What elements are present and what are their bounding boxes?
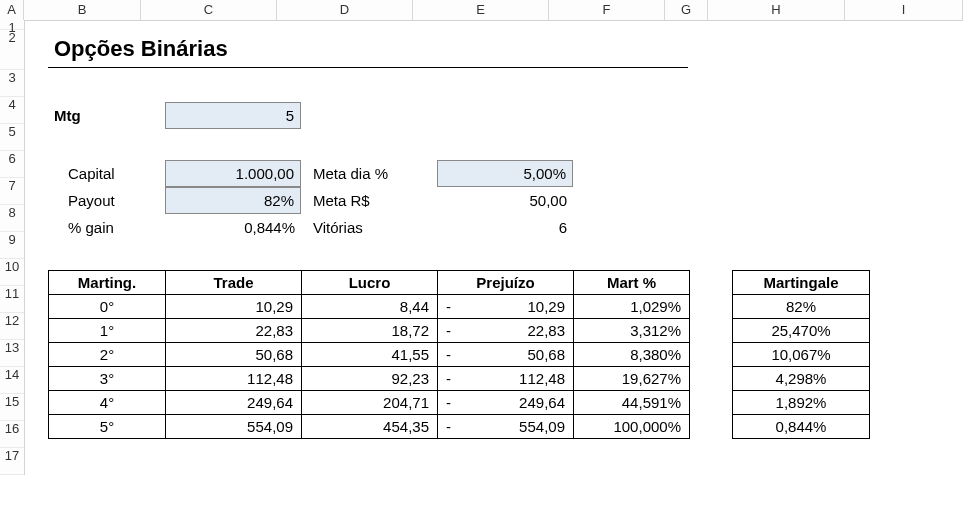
lucro-cell[interactable]: 8,44 <box>302 295 438 319</box>
minus-icon: - <box>446 346 457 363</box>
row-header-8[interactable]: 8 <box>0 205 24 232</box>
prejuizo-value: 249,64 <box>519 394 565 411</box>
col-header-C[interactable]: C <box>141 0 277 20</box>
minus-icon: - <box>446 370 457 387</box>
side-cell[interactable]: 4,298% <box>733 367 870 391</box>
trade-cell[interactable]: 10,29 <box>166 295 302 319</box>
table-row: 2°50,6841,55-50,688,380% <box>49 343 690 367</box>
side-row: 10,067% <box>733 343 870 367</box>
prejuizo-cell[interactable]: -554,09 <box>438 415 574 439</box>
martpct-cell[interactable]: 3,312% <box>574 319 690 343</box>
gain-value: 0,844% <box>165 214 301 241</box>
side-cell[interactable]: 25,470% <box>733 319 870 343</box>
minus-icon: - <box>446 418 457 435</box>
marting-cell[interactable]: 3° <box>49 367 166 391</box>
col-trade[interactable]: Trade <box>166 271 302 295</box>
martpct-cell[interactable]: 1,029% <box>574 295 690 319</box>
martpct-cell[interactable]: 100,000% <box>574 415 690 439</box>
row-header-6[interactable]: 6 <box>0 151 24 178</box>
side-row: 25,470% <box>733 319 870 343</box>
martpct-cell[interactable]: 8,380% <box>574 343 690 367</box>
prejuizo-value: 112,48 <box>519 370 565 387</box>
mtg-label: Mtg <box>48 102 165 129</box>
side-row: 1,892% <box>733 391 870 415</box>
table-row: 4°249,64204,71-249,6444,591% <box>49 391 690 415</box>
martpct-cell[interactable]: 44,591% <box>574 391 690 415</box>
side-row: 0,844% <box>733 415 870 439</box>
prejuizo-value: 10,29 <box>527 298 565 315</box>
spreadsheet: A B C D E F G H I 1 2 3 4 5 6 7 8 9 10 1… <box>0 0 963 520</box>
martpct-cell[interactable]: 19,627% <box>574 367 690 391</box>
side-row: 82% <box>733 295 870 319</box>
row-header-11[interactable]: 11 <box>0 286 24 313</box>
payout-label: Payout <box>62 187 165 214</box>
martingale-table: Marting. Trade Lucro Prejuízo Mart % 0°1… <box>48 270 690 439</box>
lucro-cell[interactable]: 41,55 <box>302 343 438 367</box>
table-row: 5°554,09454,35-554,09100,000% <box>49 415 690 439</box>
side-row: 4,298% <box>733 367 870 391</box>
meta-dia-input[interactable]: 5,00% <box>437 160 573 187</box>
row-header-12[interactable]: 12 <box>0 313 24 340</box>
col-header-E[interactable]: E <box>413 0 549 20</box>
side-cell[interactable]: 1,892% <box>733 391 870 415</box>
row-header-10[interactable]: 10 <box>0 259 24 286</box>
trade-cell[interactable]: 554,09 <box>166 415 302 439</box>
col-martpct[interactable]: Mart % <box>574 271 690 295</box>
trade-cell[interactable]: 50,68 <box>166 343 302 367</box>
prejuizo-cell[interactable]: -112,48 <box>438 367 574 391</box>
marting-cell[interactable]: 2° <box>49 343 166 367</box>
column-headers: A B C D E F G H I <box>0 0 963 21</box>
side-cell[interactable]: 10,067% <box>733 343 870 367</box>
col-header-F[interactable]: F <box>549 0 665 20</box>
col-header-A[interactable]: A <box>0 0 24 20</box>
row-headers: 1 2 3 4 5 6 7 8 9 10 11 12 13 14 15 16 1… <box>0 20 25 475</box>
marting-cell[interactable]: 5° <box>49 415 166 439</box>
table-row: 3°112,4892,23-112,4819,627% <box>49 367 690 391</box>
payout-input[interactable]: 82% <box>165 187 301 214</box>
prejuizo-cell[interactable]: -22,83 <box>438 319 574 343</box>
marting-cell[interactable]: 1° <box>49 319 166 343</box>
row-header-5[interactable]: 5 <box>0 124 24 151</box>
lucro-cell[interactable]: 18,72 <box>302 319 438 343</box>
row-header-4[interactable]: 4 <box>0 97 24 124</box>
col-lucro[interactable]: Lucro <box>302 271 438 295</box>
col-header-B[interactable]: B <box>24 0 141 20</box>
side-header[interactable]: Martingale <box>733 271 870 295</box>
col-header-I[interactable]: I <box>845 0 963 20</box>
marting-cell[interactable]: 4° <box>49 391 166 415</box>
martingale-side-table: Martingale 82%25,470%10,067%4,298%1,892%… <box>732 270 870 439</box>
vitorias-value: 6 <box>437 214 573 241</box>
side-cell[interactable]: 82% <box>733 295 870 319</box>
side-cell[interactable]: 0,844% <box>733 415 870 439</box>
gain-label: % gain <box>62 214 165 241</box>
trade-cell[interactable]: 249,64 <box>166 391 302 415</box>
prejuizo-cell[interactable]: -10,29 <box>438 295 574 319</box>
col-header-H[interactable]: H <box>708 0 845 20</box>
row-header-15[interactable]: 15 <box>0 394 24 421</box>
col-marting[interactable]: Marting. <box>49 271 166 295</box>
col-header-G[interactable]: G <box>665 0 708 20</box>
lucro-cell[interactable]: 454,35 <box>302 415 438 439</box>
row-header-14[interactable]: 14 <box>0 367 24 394</box>
row-header-17[interactable]: 17 <box>0 448 24 475</box>
table-header-row: Marting. Trade Lucro Prejuízo Mart % <box>49 271 690 295</box>
col-header-D[interactable]: D <box>277 0 413 20</box>
row-header-3[interactable]: 3 <box>0 70 24 97</box>
row-header-1[interactable]: 1 <box>0 20 24 30</box>
row-header-9[interactable]: 9 <box>0 232 24 259</box>
mtg-input[interactable]: 5 <box>165 102 301 129</box>
lucro-cell[interactable]: 92,23 <box>302 367 438 391</box>
row-header-16[interactable]: 16 <box>0 421 24 448</box>
row-header-2[interactable]: 2 <box>0 30 24 70</box>
trade-cell[interactable]: 112,48 <box>166 367 302 391</box>
row-header-7[interactable]: 7 <box>0 178 24 205</box>
prejuizo-cell[interactable]: -249,64 <box>438 391 574 415</box>
capital-input[interactable]: 1.000,00 <box>165 160 301 187</box>
row-header-13[interactable]: 13 <box>0 340 24 367</box>
marting-cell[interactable]: 0° <box>49 295 166 319</box>
prejuizo-cell[interactable]: -50,68 <box>438 343 574 367</box>
prejuizo-value: 22,83 <box>527 322 565 339</box>
lucro-cell[interactable]: 204,71 <box>302 391 438 415</box>
col-prejuizo[interactable]: Prejuízo <box>438 271 574 295</box>
trade-cell[interactable]: 22,83 <box>166 319 302 343</box>
